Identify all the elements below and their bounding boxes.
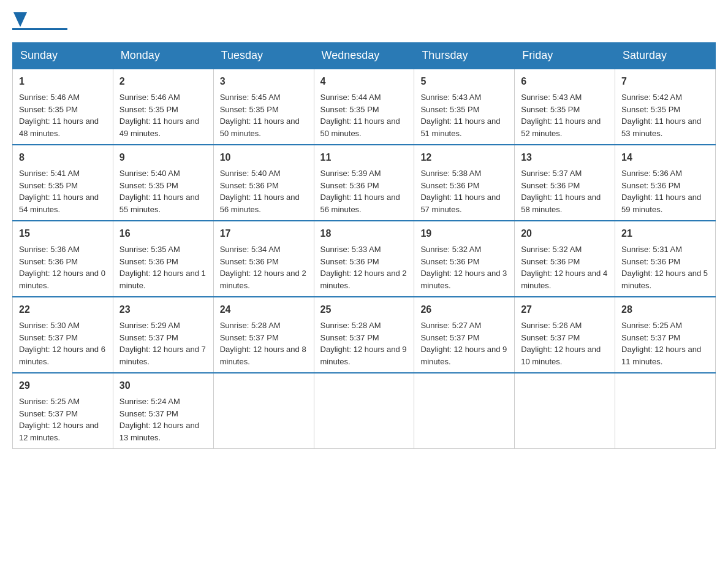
- sunrise-label: Sunrise: 5:27 AM: [420, 321, 481, 330]
- sunset-label: Sunset: 5:36 PM: [420, 181, 479, 190]
- sunrise-label: Sunrise: 5:30 AM: [19, 321, 80, 330]
- calendar-week-row: 22Sunrise: 5:30 AMSunset: 5:37 PMDayligh…: [13, 297, 716, 373]
- calendar-day-cell: 25Sunrise: 5:28 AMSunset: 5:37 PMDayligh…: [314, 297, 414, 373]
- calendar-day-cell: 8Sunrise: 5:41 AMSunset: 5:35 PMDaylight…: [13, 145, 113, 221]
- sunset-label: Sunset: 5:37 PM: [521, 333, 580, 342]
- calendar-week-row: 1Sunrise: 5:46 AMSunset: 5:35 PMDaylight…: [13, 69, 716, 145]
- day-number: 12: [420, 150, 508, 165]
- logo-arrow-icon: [13, 12, 27, 27]
- day-number: 25: [320, 302, 408, 317]
- sunrise-label: Sunrise: 5:28 AM: [220, 321, 281, 330]
- sunset-label: Sunset: 5:36 PM: [220, 181, 279, 190]
- day-number: 4: [320, 74, 408, 89]
- sunrise-label: Sunrise: 5:24 AM: [119, 397, 180, 406]
- daylight-label: Daylight: 11 hours and 54 minutes.: [19, 193, 99, 214]
- day-number: 21: [621, 226, 709, 241]
- day-number: 23: [119, 302, 207, 317]
- sunset-label: Sunset: 5:36 PM: [621, 181, 680, 190]
- sunrise-label: Sunrise: 5:43 AM: [420, 93, 481, 102]
- daylight-label: Daylight: 12 hours and 4 minutes.: [521, 269, 607, 290]
- sunset-label: Sunset: 5:37 PM: [19, 409, 78, 418]
- calendar-day-header: Tuesday: [213, 43, 314, 69]
- calendar-day-cell: 24Sunrise: 5:28 AMSunset: 5:37 PMDayligh…: [213, 297, 314, 373]
- day-number: 9: [119, 150, 207, 165]
- calendar-day-cell: 17Sunrise: 5:34 AMSunset: 5:36 PMDayligh…: [213, 221, 314, 297]
- day-number: 30: [119, 378, 207, 393]
- day-number: 1: [19, 74, 107, 89]
- daylight-label: Daylight: 11 hours and 48 minutes.: [19, 117, 99, 138]
- calendar-day-cell: 27Sunrise: 5:26 AMSunset: 5:37 PMDayligh…: [515, 297, 615, 373]
- calendar-header-row: SundayMondayTuesdayWednesdayThursdayFrid…: [13, 43, 716, 69]
- daylight-label: Daylight: 12 hours and 2 minutes.: [320, 269, 407, 290]
- calendar-day-cell: 16Sunrise: 5:35 AMSunset: 5:36 PMDayligh…: [113, 221, 213, 297]
- calendar-day-cell: 22Sunrise: 5:30 AMSunset: 5:37 PMDayligh…: [13, 297, 113, 373]
- svg-marker-0: [13, 12, 27, 27]
- day-number: 24: [220, 302, 308, 317]
- day-number: 28: [621, 302, 709, 317]
- sunset-label: Sunset: 5:35 PM: [521, 105, 580, 114]
- daylight-label: Daylight: 11 hours and 50 minutes.: [320, 117, 400, 138]
- calendar-day-cell: 7Sunrise: 5:42 AMSunset: 5:35 PMDaylight…: [615, 69, 716, 145]
- calendar-week-row: 29Sunrise: 5:25 AMSunset: 5:37 PMDayligh…: [13, 373, 716, 449]
- sunrise-label: Sunrise: 5:38 AM: [420, 169, 481, 178]
- sunrise-label: Sunrise: 5:29 AM: [119, 321, 180, 330]
- day-number: 5: [420, 74, 508, 89]
- calendar-week-row: 8Sunrise: 5:41 AMSunset: 5:35 PMDaylight…: [13, 145, 716, 221]
- day-number: 7: [621, 74, 709, 89]
- calendar-day-cell: 21Sunrise: 5:31 AMSunset: 5:36 PMDayligh…: [615, 221, 716, 297]
- sunrise-label: Sunrise: 5:32 AM: [420, 245, 481, 254]
- calendar-day-cell: 1Sunrise: 5:46 AMSunset: 5:35 PMDaylight…: [13, 69, 113, 145]
- daylight-label: Daylight: 12 hours and 3 minutes.: [420, 269, 507, 290]
- calendar-day-header: Friday: [515, 43, 615, 69]
- logo: [12, 12, 67, 30]
- sunrise-label: Sunrise: 5:36 AM: [19, 245, 80, 254]
- daylight-label: Daylight: 11 hours and 50 minutes.: [220, 117, 300, 138]
- calendar-day-cell: 28Sunrise: 5:25 AMSunset: 5:37 PMDayligh…: [615, 297, 716, 373]
- sunrise-label: Sunrise: 5:42 AM: [621, 93, 682, 102]
- daylight-label: Daylight: 12 hours and 5 minutes.: [621, 269, 708, 290]
- daylight-label: Daylight: 12 hours and 12 minutes.: [19, 421, 99, 442]
- day-number: 2: [119, 74, 207, 89]
- day-number: 22: [19, 302, 107, 317]
- calendar-day-cell: 6Sunrise: 5:43 AMSunset: 5:35 PMDaylight…: [515, 69, 615, 145]
- sunset-label: Sunset: 5:37 PM: [119, 409, 178, 418]
- sunset-label: Sunset: 5:36 PM: [320, 181, 379, 190]
- calendar-day-cell: 19Sunrise: 5:32 AMSunset: 5:36 PMDayligh…: [414, 221, 515, 297]
- daylight-label: Daylight: 11 hours and 58 minutes.: [521, 193, 601, 214]
- day-number: 16: [119, 226, 207, 241]
- calendar-day-cell: 26Sunrise: 5:27 AMSunset: 5:37 PMDayligh…: [414, 297, 515, 373]
- sunrise-label: Sunrise: 5:26 AM: [521, 321, 582, 330]
- sunset-label: Sunset: 5:36 PM: [320, 257, 379, 266]
- daylight-label: Daylight: 11 hours and 53 minutes.: [621, 117, 701, 138]
- sunrise-label: Sunrise: 5:46 AM: [119, 93, 180, 102]
- day-number: 10: [220, 150, 308, 165]
- calendar-day-cell: 15Sunrise: 5:36 AMSunset: 5:36 PMDayligh…: [13, 221, 113, 297]
- calendar-day-cell: 18Sunrise: 5:33 AMSunset: 5:36 PMDayligh…: [314, 221, 414, 297]
- calendar-day-cell: 5Sunrise: 5:43 AMSunset: 5:35 PMDaylight…: [414, 69, 515, 145]
- calendar-day-cell: 23Sunrise: 5:29 AMSunset: 5:37 PMDayligh…: [113, 297, 213, 373]
- sunset-label: Sunset: 5:36 PM: [119, 257, 178, 266]
- daylight-label: Daylight: 11 hours and 55 minutes.: [119, 193, 199, 214]
- calendar-day-cell: 30Sunrise: 5:24 AMSunset: 5:37 PMDayligh…: [113, 373, 213, 449]
- calendar-day-cell: 13Sunrise: 5:37 AMSunset: 5:36 PMDayligh…: [515, 145, 615, 221]
- daylight-label: Daylight: 12 hours and 0 minutes.: [19, 269, 105, 290]
- sunset-label: Sunset: 5:35 PM: [621, 105, 680, 114]
- calendar-day-cell: 4Sunrise: 5:44 AMSunset: 5:35 PMDaylight…: [314, 69, 414, 145]
- daylight-label: Daylight: 12 hours and 7 minutes.: [119, 345, 206, 366]
- sunset-label: Sunset: 5:36 PM: [420, 257, 479, 266]
- day-number: 15: [19, 226, 107, 241]
- sunset-label: Sunset: 5:36 PM: [19, 257, 78, 266]
- calendar-day-cell: [314, 373, 414, 449]
- sunrise-label: Sunrise: 5:36 AM: [621, 169, 682, 178]
- sunset-label: Sunset: 5:35 PM: [19, 105, 78, 114]
- sunset-label: Sunset: 5:35 PM: [119, 181, 178, 190]
- daylight-label: Daylight: 12 hours and 10 minutes.: [521, 345, 601, 366]
- day-number: 14: [621, 150, 709, 165]
- sunset-label: Sunset: 5:36 PM: [621, 257, 680, 266]
- daylight-label: Daylight: 11 hours and 52 minutes.: [521, 117, 601, 138]
- calendar-day-header: Monday: [113, 43, 213, 69]
- sunset-label: Sunset: 5:37 PM: [621, 333, 680, 342]
- calendar-day-header: Sunday: [13, 43, 113, 69]
- calendar-day-cell: [515, 373, 615, 449]
- sunrise-label: Sunrise: 5:44 AM: [320, 93, 381, 102]
